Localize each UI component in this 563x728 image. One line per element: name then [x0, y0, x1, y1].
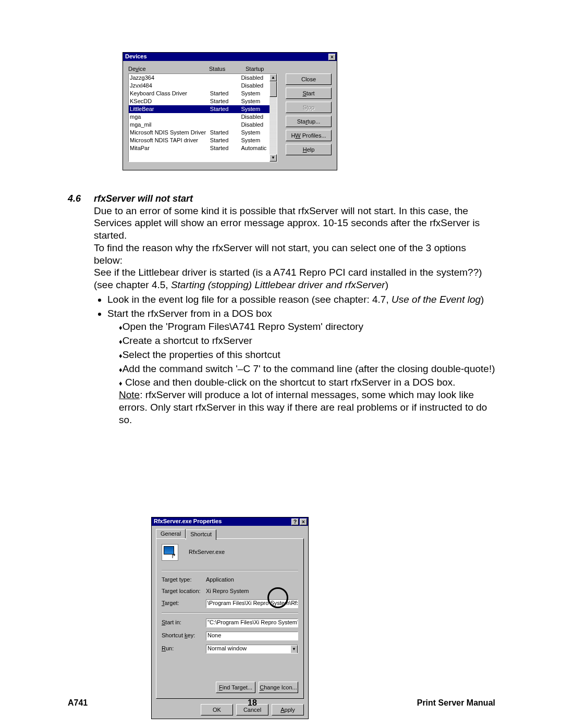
paragraph: To find the reason why the rfxServer wil…: [94, 242, 495, 267]
label-shortcut-key: Shortcut key:: [162, 632, 206, 639]
list-item: Add the command switch '–C 7' to the com…: [119, 363, 495, 375]
dialog-titlebar: RfxServer.exe Properties ? ×: [152, 517, 308, 526]
list-item: Create a shortcut to rfxServer: [119, 335, 495, 347]
tab-shortcut[interactable]: Shortcut: [186, 529, 216, 540]
table-row[interactable]: Jzvxl484Disabled: [129, 82, 270, 90]
list-item: Start the rfxServer from in a DOS box Op…: [107, 307, 495, 426]
find-target-button[interactable]: Find Target...: [216, 682, 255, 693]
col-device: Device: [128, 66, 209, 73]
label-target-type: Target type:: [162, 576, 206, 584]
scroll-track[interactable]: [270, 97, 277, 154]
change-icon-button[interactable]: Change Icon...: [259, 682, 298, 693]
dialog-title: RfxServer.exe Properties: [154, 518, 222, 525]
dialog-titlebar: Devices ×: [123, 53, 337, 61]
footer-right: Print Server Manual: [417, 698, 495, 708]
label-run: Run:: [162, 645, 206, 652]
value-target-type: Application: [206, 576, 298, 584]
table-row[interactable]: Microsoft NDIS System DriverStartedSyste…: [129, 129, 270, 137]
footer-left: A741: [68, 698, 88, 708]
note-label: Note: [119, 389, 140, 400]
paragraph: Due to an error of some kind it is possi…: [94, 205, 495, 242]
annotation-circle: [267, 587, 288, 608]
scrollbar[interactable]: ▲ ▼: [270, 74, 277, 162]
file-name: RfxServer.exe: [189, 549, 225, 556]
table-row[interactable]: Microsoft NDIS TAPI driverStartedSystem: [129, 137, 270, 144]
table-row[interactable]: Jazzg364Disabled: [129, 74, 270, 82]
page-footer: A741 18 Print Server Manual: [68, 698, 495, 708]
table-row[interactable]: KSecDDStartedSystem: [129, 97, 270, 105]
table-row[interactable]: MitaParStartedAutomatic: [129, 144, 270, 152]
section-title: rfxServer will not start: [94, 193, 193, 205]
col-status: Status: [209, 66, 246, 73]
shortcutkey-input[interactable]: None: [206, 632, 298, 640]
list-item: Look in the event log file for a possibl…: [107, 293, 495, 306]
list-item: Open the 'Program Files\A741 Repro Syste…: [119, 320, 495, 333]
startin-input[interactable]: "C:\Program Files\Xi Repro System": [206, 619, 298, 627]
paragraph: See if the Littlebear driver is started …: [94, 266, 495, 291]
scroll-up-icon[interactable]: ▲: [270, 74, 277, 81]
dialog-title: Devices: [125, 53, 147, 60]
column-headers: Device Status Startup: [128, 66, 282, 73]
properties-dialog: RfxServer.exe Properties ? × General Sho…: [151, 517, 309, 719]
label-target: Target:: [162, 600, 206, 607]
stop-button: Stop: [286, 102, 332, 113]
section-number: 4.6: [68, 193, 94, 205]
tab-panel: RfxServer.exe Target type:Application Ta…: [156, 538, 304, 699]
devices-dialog: Devices × Device Status Startup Jazzg364…: [123, 52, 337, 170]
scroll-down-icon[interactable]: ▼: [270, 154, 277, 162]
start-button[interactable]: Start: [286, 88, 332, 99]
chevron-down-icon[interactable]: ▼: [290, 645, 298, 653]
close-icon[interactable]: ×: [328, 54, 336, 60]
col-startup: Startup: [246, 66, 282, 73]
close-icon[interactable]: ×: [300, 519, 307, 525]
startup-button[interactable]: Startup...: [286, 116, 332, 127]
label-start-in: Start in:: [162, 619, 206, 626]
shortcut-icon: [162, 544, 178, 561]
run-dropdown[interactable]: Normal window ▼: [206, 645, 298, 653]
section-heading: 4.6 rfxServer will not start: [68, 193, 495, 205]
help-icon[interactable]: ?: [291, 519, 299, 525]
table-row[interactable]: mgaDisabled: [129, 113, 270, 121]
hwprofiles-button[interactable]: HW Profiles...: [286, 130, 332, 141]
table-row[interactable]: Keyboard Class DriverStartedSystem: [129, 90, 270, 97]
help-button[interactable]: Help: [286, 144, 332, 155]
table-row[interactable]: LittleBearStartedSystem: [129, 105, 270, 113]
table-row[interactable]: mga_milDisabled: [129, 121, 270, 129]
device-listbox[interactable]: Jazzg364DisabledJzvxl484DisabledKeyboard…: [128, 73, 277, 162]
scroll-thumb[interactable]: [270, 81, 277, 97]
list-item: Select the properties of this shortcut: [119, 349, 495, 361]
tab-general[interactable]: General: [156, 529, 186, 539]
footer-center: 18: [248, 698, 257, 708]
list-item: Close and then double-click on the short…: [119, 376, 495, 426]
close-button[interactable]: Close: [286, 73, 332, 85]
label-target-location: Target location:: [162, 588, 206, 595]
